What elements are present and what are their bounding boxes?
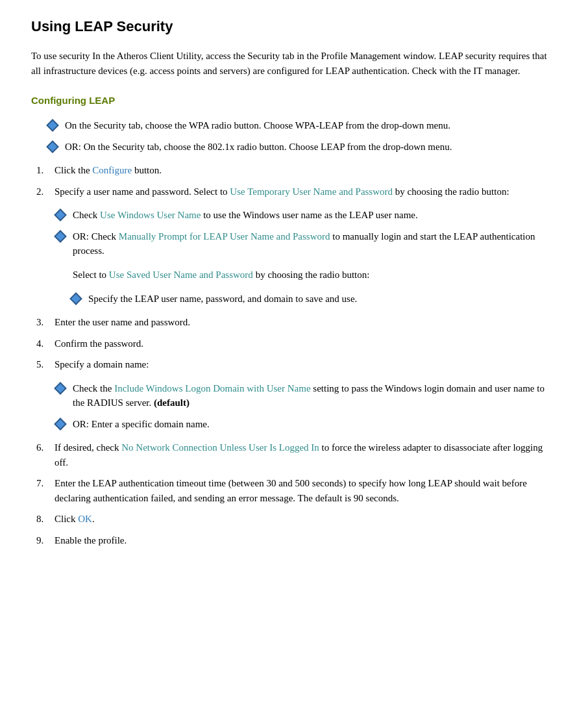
sub-bullet-text: OR: Enter a specific domain name. xyxy=(73,417,210,432)
step-text: Click the Configure button. xyxy=(55,163,162,178)
steps-list: 1. Click the Configure button. 2. Specif… xyxy=(31,163,557,199)
use-temp-user-link[interactable]: Use Temporary User Name and Password xyxy=(230,186,393,197)
step-number: 7. xyxy=(36,476,55,491)
bullet-icon xyxy=(55,383,66,394)
step-text: Enter the LEAP authentication timeout ti… xyxy=(55,476,557,505)
step-number: 4. xyxy=(36,336,55,351)
sub-bullet-text: Specify the LEAP user name, password, an… xyxy=(88,292,357,307)
bullet-text: On the Security tab, choose the WPA radi… xyxy=(65,118,450,133)
sub-bullet-text: OR: Check Manually Prompt for LEAP User … xyxy=(73,229,557,258)
step-text: Click OK. xyxy=(55,512,95,527)
list-item: 1. Click the Configure button. xyxy=(31,163,557,178)
bullet-icon xyxy=(47,119,58,131)
list-item: 9. Enable the profile. xyxy=(31,533,557,548)
step-number: 8. xyxy=(36,512,55,527)
bullet-text: OR: On the Security tab, choose the 802.… xyxy=(65,140,452,155)
list-item: On the Security tab, choose the WPA radi… xyxy=(31,118,557,133)
list-item: 4. Confirm the password. xyxy=(31,336,557,351)
list-item: OR: On the Security tab, choose the 802.… xyxy=(31,140,557,155)
steps-final-list: 6. If desired, check No Network Connecti… xyxy=(31,440,557,547)
section-heading: Configuring LEAP xyxy=(31,94,557,108)
step-number: 6. xyxy=(36,440,55,455)
step-text: If desired, check No Network Connection … xyxy=(55,440,557,470)
saved-sub-list: Specify the LEAP user name, password, an… xyxy=(31,292,557,307)
page-title: Using LEAP Security xyxy=(31,16,557,37)
step-number: 2. xyxy=(36,184,55,199)
step-text: Enter the user name and password. xyxy=(55,315,190,330)
use-saved-user-link[interactable]: Use Saved User Name and Password xyxy=(109,270,253,280)
list-item: 7. Enter the LEAP authentication timeout… xyxy=(31,476,557,505)
no-network-connection-link[interactable]: No Network Connection Unless User Is Log… xyxy=(121,442,319,453)
step-number: 3. xyxy=(36,315,55,330)
step-number: 9. xyxy=(36,533,55,548)
list-item: OR: Check Manually Prompt for LEAP User … xyxy=(55,229,557,258)
top-bullet-list: On the Security tab, choose the WPA radi… xyxy=(31,118,557,154)
list-item: Check the Include Windows Logon Domain w… xyxy=(55,381,557,410)
list-item: Check Use Windows User Name to use the W… xyxy=(55,208,557,223)
bullet-icon xyxy=(55,418,66,430)
bullet-icon xyxy=(55,231,66,242)
step2-sub-list: Check Use Windows User Name to use the W… xyxy=(31,208,557,258)
steps-continued-list: 3. Enter the user name and password. 4. … xyxy=(31,315,557,372)
ok-link[interactable]: OK xyxy=(78,514,92,524)
bullet-icon xyxy=(55,209,66,221)
step-text: Confirm the password. xyxy=(55,336,143,351)
step-text: Specify a user name and password. Select… xyxy=(55,184,509,199)
list-item: Specify the LEAP user name, password, an… xyxy=(70,292,557,307)
list-item: 5. Specify a domain name: xyxy=(31,357,557,372)
sub-bullet-text: Check the Include Windows Logon Domain w… xyxy=(73,381,557,410)
manually-prompt-link[interactable]: Manually Prompt for LEAP User Name and P… xyxy=(119,231,330,242)
list-item: 6. If desired, check No Network Connecti… xyxy=(31,440,557,470)
include-windows-logon-link[interactable]: Include Windows Logon Domain with User N… xyxy=(114,383,310,394)
bullet-icon xyxy=(70,293,82,305)
list-item: 2. Specify a user name and password. Sel… xyxy=(31,184,557,199)
list-item: OR: Enter a specific domain name. xyxy=(55,417,557,432)
default-bold: (default) xyxy=(154,397,190,408)
step-number: 1. xyxy=(36,163,55,178)
list-item: 8. Click OK. xyxy=(31,512,557,527)
configure-link[interactable]: Configure xyxy=(92,165,132,175)
bullet-icon xyxy=(47,141,58,153)
step-text: Enable the profile. xyxy=(55,533,127,548)
intro-text: To use security In the Atheros Client Ut… xyxy=(31,49,557,79)
sub-bullet-text: Check Use Windows User Name to use the W… xyxy=(73,208,418,223)
step5-sub-list: Check the Include Windows Logon Domain w… xyxy=(31,381,557,432)
step-number: 5. xyxy=(36,357,55,372)
step-text: Specify a domain name: xyxy=(55,357,149,372)
saved-intro-text: Select to Use Saved User Name and Passwo… xyxy=(31,268,557,282)
list-item: 3. Enter the user name and password. xyxy=(31,315,557,330)
use-windows-user-link[interactable]: Use Windows User Name xyxy=(100,210,201,220)
